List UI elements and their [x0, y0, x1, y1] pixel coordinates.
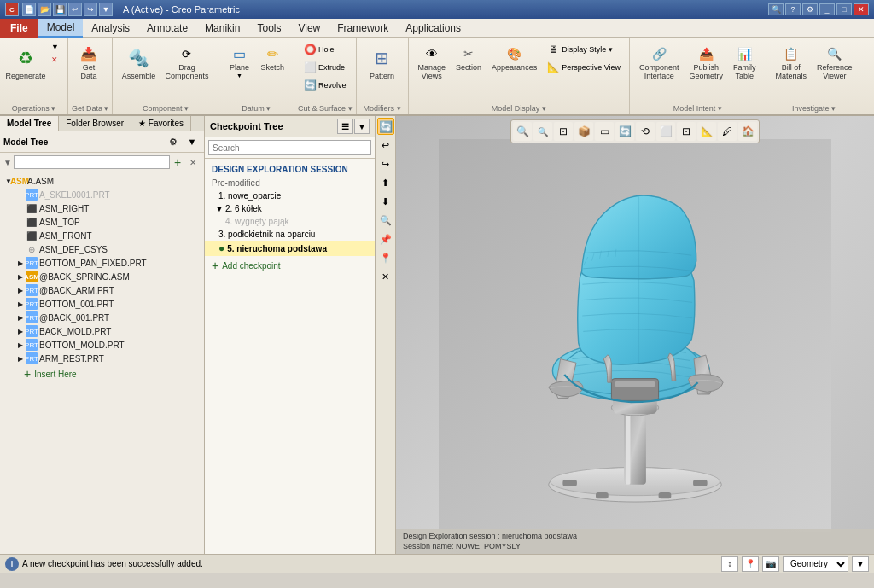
tree-filter-input[interactable] — [14, 155, 170, 169]
side-btn-redo[interactable]: ↪ — [377, 155, 394, 172]
zoom-fit-btn[interactable]: ⊡ — [554, 122, 573, 141]
tree-item-asm-front[interactable]: ⬛ ASM_FRONT — [0, 229, 204, 242]
menu-applications[interactable]: Applications — [397, 19, 469, 38]
tree-item-arm-rest[interactable]: ▶ PRT ARM_REST.PRT — [0, 352, 204, 365]
annotate-vp-btn[interactable]: 🖊 — [718, 122, 737, 141]
side-btn-search[interactable]: 🔍 — [377, 212, 394, 229]
undo-icon[interactable]: ↩ — [68, 3, 82, 16]
checkpoint-search-input[interactable] — [208, 140, 371, 155]
tree-clear-btn[interactable]: ✕ — [185, 154, 201, 170]
tab-folder-browser[interactable]: Folder Browser — [59, 116, 131, 131]
tab-model-tree[interactable]: Model Tree — [0, 116, 59, 131]
tab-favorites[interactable]: ★ Favorites — [131, 116, 191, 131]
save-icon[interactable]: 💾 — [53, 3, 67, 16]
minimize-btn[interactable]: _ — [819, 3, 835, 15]
hole-btn[interactable]: ⭕ Hole — [300, 41, 350, 58]
component-interface-btn[interactable]: 🔗 ComponentInterface — [635, 41, 684, 84]
sketch-btn[interactable]: ✏ Sketch — [256, 41, 288, 75]
tree-item-asm-top[interactable]: ⬛ ASM_TOP — [0, 215, 204, 229]
status-btn-arrows[interactable]: ↕ — [721, 556, 738, 572]
side-btn-undo[interactable]: ↩ — [377, 137, 394, 154]
close-btn[interactable]: ✕ — [854, 3, 869, 15]
tree-item-back-spring[interactable]: ▶ ASM @BACK_SPRING.ASM — [0, 270, 204, 283]
tree-item-bottom-001[interactable]: ▶ PRT BOTTOM_001.PRT — [0, 297, 204, 311]
drag-components-btn[interactable]: ⟳ DragComponents — [160, 41, 213, 84]
assemble-btn[interactable]: 🔩 Assemble — [118, 41, 159, 84]
perspective-btn[interactable]: 📐 Perspective View — [543, 59, 624, 76]
tree-item-a-asm[interactable]: ▼ ASM A.ASM — [0, 174, 204, 188]
redo-icon[interactable]: ↪ — [84, 3, 97, 16]
measure-btn[interactable]: 📐 — [697, 122, 716, 141]
bill-of-materials-btn[interactable]: 📋 Bill ofMaterials — [772, 41, 812, 84]
insert-here-item[interactable]: + Insert Here — [0, 365, 204, 382]
side-btn-up[interactable]: ⬆ — [377, 174, 394, 191]
tree-item-asm-def-csys[interactable]: ⊕ ASM_DEF_CSYS — [0, 242, 204, 256]
menu-view[interactable]: View — [289, 19, 329, 38]
extrude-btn[interactable]: ⬜ Extrude — [300, 59, 350, 76]
appearances-btn[interactable]: 🎨 Appearances — [487, 41, 541, 75]
menu-analysis[interactable]: Analysis — [83, 19, 138, 38]
tree-item-back-mold[interactable]: ▶ PRT BACK_MOLD.PRT — [0, 324, 204, 338]
zoom-in-btn[interactable]: 🔍 — [513, 122, 532, 141]
add-checkpoint-btn[interactable]: + Add checkpoint — [205, 256, 375, 275]
search-btn[interactable]: 🔍 — [768, 3, 784, 15]
side-btn-down[interactable]: ⬇ — [377, 193, 394, 210]
checkpoint-item-1[interactable]: 1. nowe_oparcie — [205, 189, 375, 202]
tree-add-btn[interactable]: + — [170, 154, 185, 170]
import-btn[interactable]: 📥 GetData — [73, 41, 104, 84]
viewport[interactable]: 🔍 🔍 ⊡ 📦 ▭ 🔄 ⟲ ⬜ ⊡ 📐 🖊 🏠 — [396, 116, 874, 554]
tree-item-bottom-mold[interactable]: ▶ PRT BOTTOM_MOLD.PRT — [0, 338, 204, 352]
reference-viewer-btn[interactable]: 🔍 ReferenceViewer — [813, 41, 857, 84]
plane-btn[interactable]: ▭ Plane ▼ — [224, 41, 254, 81]
new-icon[interactable]: 📄 — [22, 3, 36, 16]
select-btn[interactable]: ⊡ — [677, 122, 696, 141]
menu-annotate[interactable]: Annotate — [138, 19, 196, 38]
status-btn-camera[interactable]: 📷 — [762, 556, 779, 572]
side-btn-rotate[interactable]: 🔄 — [377, 118, 394, 135]
zoom-out-btn[interactable]: 🔍 — [533, 122, 552, 141]
checkpoint-item-3[interactable]: 3. podłokietnik na oparciu — [205, 228, 375, 241]
close-btn-ops[interactable]: ✕ — [48, 54, 62, 66]
view-front-btn[interactable]: ▭ — [595, 122, 614, 141]
tree-item-a-skel[interactable]: PRT A_SKEL0001.PRT — [0, 188, 204, 201]
file-menu[interactable]: File — [0, 19, 38, 38]
checkpoint-item-2-expanded[interactable]: ▼ 2. 6 kółek — [205, 202, 375, 215]
tree-item-back-001[interactable]: ▶ PRT @BACK_001.PRT — [0, 311, 204, 324]
menu-manikin[interactable]: Manikin — [196, 19, 248, 38]
menu-tools[interactable]: Tools — [248, 19, 289, 38]
menu-model[interactable]: Model — [38, 19, 84, 38]
revolve-btn[interactable]: 🔄 Revolve — [300, 77, 350, 94]
section-btn[interactable]: ✂ Section — [452, 41, 486, 75]
checkpoint-item-4[interactable]: 4. wygnęty pająk — [205, 215, 375, 228]
home-btn[interactable]: 🏠 — [738, 122, 757, 141]
regenerate-options-btn[interactable]: ▼ — [48, 41, 62, 53]
publish-geometry-btn[interactable]: 📤 PublishGeometry — [685, 41, 728, 84]
maximize-btn[interactable]: □ — [836, 3, 852, 15]
pattern-btn[interactable]: ⊞ Pattern — [362, 41, 403, 84]
manage-views-btn[interactable]: 👁 ManageViews — [414, 41, 451, 84]
settings-btn[interactable]: ⚙ — [802, 3, 818, 15]
regenerate-btn[interactable]: ♻ Regenerate — [5, 41, 46, 84]
checkpoint-options-btn[interactable]: ☰ — [337, 119, 353, 134]
side-btn-location[interactable]: 📍 — [377, 249, 394, 266]
help-btn[interactable]: ? — [785, 3, 801, 15]
checkpoint-collapse-btn[interactable]: ▼ — [354, 119, 370, 134]
view-box-btn[interactable]: ⬜ — [656, 122, 675, 141]
geometry-dropdown[interactable]: Geometry Wireframe Shading — [783, 556, 848, 572]
family-table-btn[interactable]: 📊 FamilyTable — [729, 41, 760, 84]
status-dropdown-arrow[interactable]: ▼ — [852, 556, 869, 572]
tree-settings-btn[interactable]: ⚙ — [165, 133, 182, 150]
view-3d-btn[interactable]: 📦 — [574, 122, 593, 141]
side-btn-pin[interactable]: 📌 — [377, 230, 394, 247]
tree-item-asm-right[interactable]: ⬛ ASM_RIGHT — [0, 201, 204, 215]
settings-icon[interactable]: ▼ — [99, 3, 113, 16]
menu-framework[interactable]: Framework — [329, 19, 397, 38]
tree-item-back-arm[interactable]: ▶ PRT @BACK_ARM.PRT — [0, 283, 204, 297]
tree-item-bottom-pan[interactable]: ▶ PRT BOTTOM_PAN_FIXED.PRT — [0, 256, 204, 270]
open-icon[interactable]: 📂 — [38, 3, 51, 16]
tree-expand-btn[interactable]: ▼ — [184, 133, 201, 150]
checkpoint-item-5-active[interactable]: ● 5. nieruchoma podstawa — [205, 241, 375, 256]
side-btn-close[interactable]: ✕ — [377, 268, 394, 285]
display-style-btn[interactable]: 🖥 Display Style ▾ — [543, 41, 624, 58]
rotate-btn[interactable]: 🔄 — [615, 122, 634, 141]
